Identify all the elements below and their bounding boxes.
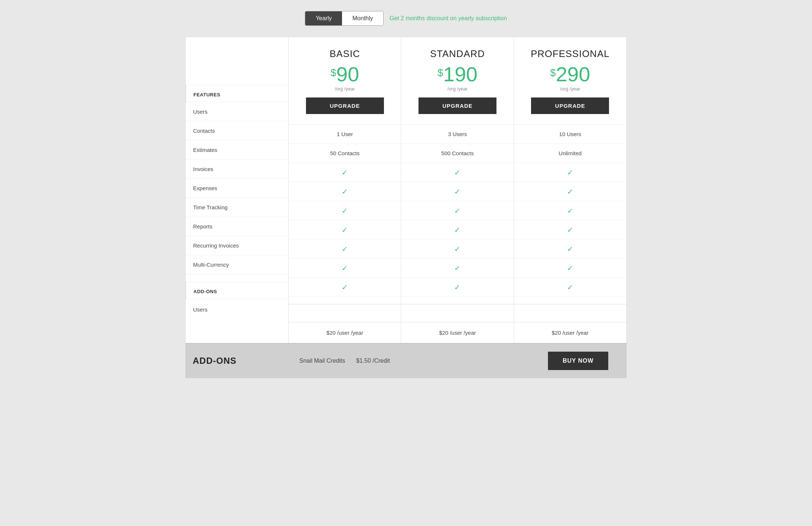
plan-professional-multi-currency: ✓: [514, 278, 626, 297]
plan-professional: PROFESSIONAL $ 290 /org /year UPGRADE 10…: [514, 37, 627, 343]
plan-professional-estimates: ✓: [514, 163, 626, 182]
plan-professional-reports: ✓: [514, 239, 626, 259]
bottom-addons-label: ADD-ONS: [185, 348, 288, 374]
plan-basic-period: /org /year: [296, 86, 393, 92]
plan-basic-users: 1 User: [289, 125, 401, 144]
plan-standard-addons-spacer: [401, 304, 513, 322]
plan-standard-multi-currency: ✓: [401, 278, 513, 297]
plan-basic-invoices: ✓: [289, 182, 401, 201]
plan-basic-contacts: 50 Contacts: [289, 144, 401, 163]
plan-basic-multi-currency: ✓: [289, 278, 401, 297]
plan-professional-header: PROFESSIONAL $ 290 /org /year UPGRADE: [514, 37, 626, 125]
plan-basic: BASIC $ 90 /org /year UPGRADE 1 User 50 …: [288, 37, 401, 343]
buy-now-button[interactable]: BUY NOW: [548, 352, 608, 370]
plan-professional-name: PROFESSIONAL: [521, 48, 619, 60]
plan-professional-expenses: ✓: [514, 201, 626, 220]
plan-professional-price: $ 290: [521, 64, 619, 85]
plan-standard-body: 3 Users 500 Contacts ✓ ✓ ✓ ✓ ✓ ✓ ✓ $20 /…: [401, 125, 513, 343]
plan-professional-contacts: Unlimited: [514, 144, 626, 163]
addon-row-users: Users: [186, 299, 288, 320]
snail-mail-price: $1.50 /Credit: [356, 358, 390, 364]
addons-header: ADD-ONS: [193, 289, 217, 294]
plan-standard-reports: ✓: [401, 239, 513, 259]
plan-professional-dollar: $: [550, 67, 556, 79]
yearly-toggle-button[interactable]: Yearly: [305, 11, 342, 25]
plan-standard-contacts: 500 Contacts: [401, 144, 513, 163]
snail-mail-label: Snail Mail Credits: [299, 358, 345, 364]
bottom-addons-bar: ADD-ONS Snail Mail Credits $1.50 /Credit…: [185, 343, 627, 378]
plan-standard-invoices: ✓: [401, 182, 513, 201]
plan-standard-dollar: $: [437, 67, 443, 79]
plan-professional-amount: 290: [556, 64, 590, 85]
plan-standard-period: /org /year: [409, 86, 506, 92]
plan-basic-estimates: ✓: [289, 163, 401, 182]
billing-period-toggle[interactable]: Yearly Monthly: [305, 11, 384, 26]
plan-basic-expenses: ✓: [289, 201, 401, 220]
plan-professional-addon-users: $20 /user /year: [514, 322, 626, 343]
plan-professional-upgrade-button[interactable]: UPGRADE: [531, 97, 609, 114]
plan-basic-upgrade-button[interactable]: UPGRADE: [306, 97, 384, 114]
plan-professional-addons-spacer: [514, 304, 626, 322]
plan-professional-time-tracking: ✓: [514, 220, 626, 239]
plan-standard-recurring: ✓: [401, 259, 513, 278]
feature-row-invoices: Invoices: [186, 160, 288, 179]
plan-professional-users: 10 Users: [514, 125, 626, 144]
feature-row-expenses: Expenses: [186, 179, 288, 198]
pricing-table: FEATURES Users Contacts Estimates Invoic…: [185, 37, 627, 343]
plan-standard-estimates: ✓: [401, 163, 513, 182]
feature-row-contacts: Contacts: [186, 121, 288, 141]
plan-basic-name: BASIC: [296, 48, 393, 60]
plan-professional-body: 10 Users Unlimited ✓ ✓ ✓ ✓ ✓ ✓ ✓ $20 /us…: [514, 125, 626, 343]
plan-basic-dollar: $: [331, 67, 336, 79]
plan-professional-period: /org /year: [521, 86, 619, 92]
bottom-center: Snail Mail Credits $1.50 /Credit BUY NOW: [288, 344, 627, 378]
plan-basic-addon-users: $20 /user /year: [289, 322, 401, 343]
plan-standard-users: 3 Users: [401, 125, 513, 144]
plan-basic-reports: ✓: [289, 239, 401, 259]
plan-basic-addons-spacer: [289, 304, 401, 322]
plan-standard-expenses: ✓: [401, 201, 513, 220]
plan-professional-recurring: ✓: [514, 259, 626, 278]
plan-standard-name: STANDARD: [409, 48, 506, 60]
feature-row-recurring-invoices: Recurring Invoices: [186, 236, 288, 255]
feature-row-time-tracking: Time Tracking: [186, 198, 288, 217]
feature-row-multi-currency: Multi-Currency: [186, 255, 288, 274]
features-header: FEATURES: [193, 92, 220, 97]
plan-basic-recurring: ✓: [289, 259, 401, 278]
plan-basic-amount: 90: [336, 64, 359, 85]
plan-basic-time-tracking: ✓: [289, 220, 401, 239]
plan-professional-invoices: ✓: [514, 182, 626, 201]
plan-standard-upgrade-button[interactable]: UPGRADE: [419, 97, 496, 114]
billing-toggle-bar: Yearly Monthly Get 2 months discount on …: [7, 11, 805, 26]
discount-text: Get 2 months discount on yearly subscrip…: [389, 15, 507, 22]
monthly-toggle-button[interactable]: Monthly: [342, 11, 383, 25]
feature-row-reports: Reports: [186, 217, 288, 236]
plan-basic-price: $ 90: [296, 64, 393, 85]
plan-standard-header: STANDARD $ 190 /org /year UPGRADE: [401, 37, 513, 125]
plan-standard: STANDARD $ 190 /org /year UPGRADE 3 User…: [401, 37, 513, 343]
feature-row-users: Users: [186, 102, 288, 121]
features-column: FEATURES Users Contacts Estimates Invoic…: [185, 37, 288, 343]
plan-basic-body: 1 User 50 Contacts ✓ ✓ ✓ ✓ ✓ ✓ ✓ $20 /us…: [289, 125, 401, 343]
plan-standard-addon-users: $20 /user /year: [401, 322, 513, 343]
feature-row-estimates: Estimates: [186, 141, 288, 160]
plan-standard-amount: 190: [443, 64, 477, 85]
plan-standard-price: $ 190: [409, 64, 506, 85]
plan-standard-time-tracking: ✓: [401, 220, 513, 239]
plan-basic-header: BASIC $ 90 /org /year UPGRADE: [289, 37, 401, 125]
